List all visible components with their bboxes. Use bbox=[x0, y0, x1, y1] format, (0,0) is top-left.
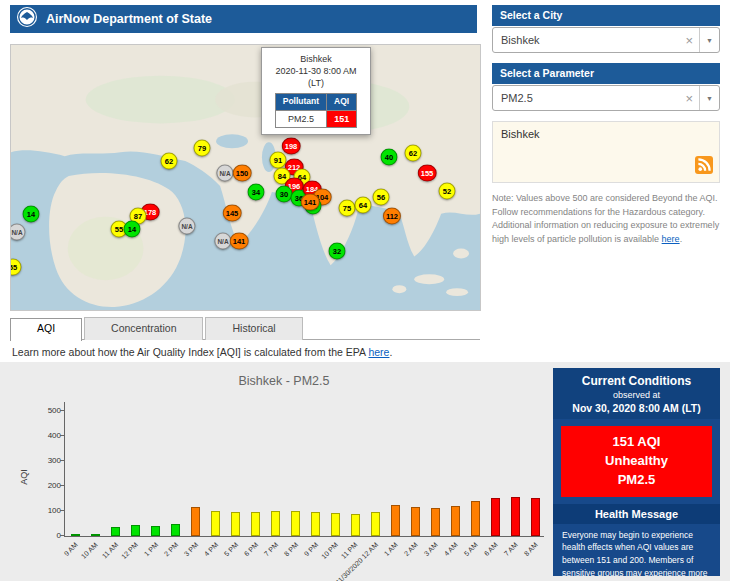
parameter-select-value: PM2.5 bbox=[493, 92, 679, 104]
aqi-bar bbox=[211, 511, 220, 536]
popup-city: Bishkek bbox=[266, 53, 366, 65]
aqi-bar bbox=[451, 506, 460, 536]
aqi-map-marker[interactable]: 145 bbox=[223, 205, 242, 222]
epa-here-link[interactable]: here bbox=[368, 346, 389, 358]
aqi-map-marker[interactable]: 141 bbox=[230, 233, 249, 250]
aqi-bar bbox=[331, 513, 340, 536]
aqi-bar bbox=[471, 501, 480, 536]
tab-bar: AQIConcentrationHistorical bbox=[10, 317, 480, 340]
chart-plot: 01002003004005009 AM10 AM11 AM12 PM1 PM2… bbox=[64, 402, 544, 537]
x-axis-tick-label: 2 PM bbox=[162, 541, 179, 558]
observed-at-label: observed at bbox=[557, 390, 716, 400]
current-conditions-header: Current Conditions observed at Nov 30, 2… bbox=[553, 368, 720, 419]
aqi-bar bbox=[431, 508, 440, 537]
y-axis-tick bbox=[60, 485, 65, 486]
popup-aqi-value: 151 bbox=[327, 110, 357, 127]
aqi-map-marker[interactable]: 79 bbox=[194, 140, 211, 157]
aqi-map-marker[interactable]: 75 bbox=[339, 200, 356, 217]
tab-concentration[interactable]: Concentration bbox=[84, 317, 203, 340]
x-axis-tick-label: 8 AM bbox=[523, 541, 539, 557]
x-axis-tick-label: 7 PM bbox=[262, 541, 279, 558]
health-message-text: Everyone may begin to experience health … bbox=[553, 524, 720, 576]
city-select[interactable]: Bishkek × ▼ bbox=[492, 27, 720, 53]
x-axis-tick-label: 4 AM bbox=[443, 541, 459, 557]
aqi-bar bbox=[231, 512, 240, 537]
aqi-map-marker[interactable]: 14 bbox=[23, 206, 40, 223]
aqi-bar bbox=[411, 507, 420, 537]
aqi-bar bbox=[371, 512, 380, 537]
aqi-map-marker[interactable]: N/A bbox=[216, 165, 233, 182]
tab-aqi[interactable]: AQI bbox=[10, 318, 82, 341]
popup-datetime: 2020-11-30 8:00 AM bbox=[266, 65, 366, 77]
x-axis-tick-label: 7 AM bbox=[503, 541, 519, 557]
aqi-map-marker[interactable]: 198 bbox=[282, 138, 301, 155]
note-here-link[interactable]: here bbox=[662, 234, 680, 244]
aqi-map-marker[interactable]: N/A bbox=[178, 218, 195, 235]
aqi-bar bbox=[391, 505, 400, 536]
popup-col-pollutant: Pollutant bbox=[275, 94, 326, 110]
aqi-map-marker[interactable]: 32 bbox=[329, 243, 346, 260]
aqi-map-marker[interactable]: 56 bbox=[373, 189, 390, 206]
chevron-down-icon[interactable]: ▼ bbox=[699, 86, 719, 110]
aqi-map-marker[interactable]: 52 bbox=[439, 183, 456, 200]
x-axis-tick-label: 10 PM bbox=[320, 541, 339, 560]
popup-pollutant-value: PM2.5 bbox=[275, 110, 326, 127]
current-conditions-title: Current Conditions bbox=[557, 374, 716, 388]
note-suffix: . bbox=[680, 234, 683, 244]
x-axis-tick-label: 1 AM bbox=[383, 541, 399, 557]
x-axis-tick-label: 9 AM bbox=[63, 541, 79, 557]
aqi-bar bbox=[91, 534, 100, 537]
x-axis-tick-label: 10 AM bbox=[80, 541, 99, 560]
popup-timezone: (LT) bbox=[266, 77, 366, 89]
parameter-clear-icon[interactable]: × bbox=[679, 91, 699, 106]
aqi-map-marker[interactable]: 155 bbox=[418, 165, 437, 182]
aqi-map-marker[interactable]: 40 bbox=[381, 149, 398, 166]
y-axis-tick bbox=[60, 435, 65, 436]
aqi-bar bbox=[491, 498, 500, 536]
parameter-select[interactable]: PM2.5 × ▼ bbox=[492, 85, 720, 111]
y-axis-tick bbox=[60, 410, 65, 411]
aqi-note: Note: Values above 500 are considered Be… bbox=[492, 192, 720, 246]
aqi-status-box: 151 AQI Unhealthy PM2.5 bbox=[561, 426, 712, 497]
aqi-map-marker[interactable]: 112 bbox=[383, 208, 401, 225]
x-axis-tick-label: 1 PM bbox=[142, 541, 159, 558]
aqi-category: Unhealthy bbox=[565, 452, 708, 471]
y-axis-tick-label: 500 bbox=[33, 406, 61, 415]
y-axis-tick-label: 0 bbox=[33, 531, 61, 540]
aqi-bar bbox=[531, 498, 540, 536]
chart-title: Bishkek - PM2.5 bbox=[14, 372, 554, 388]
aqi-bar bbox=[191, 507, 200, 536]
aqi-bar bbox=[251, 512, 260, 536]
rss-city-label: Bishkek bbox=[501, 128, 540, 140]
aqi-bar bbox=[351, 514, 360, 537]
aqi-map-marker[interactable]: 141 bbox=[301, 194, 320, 211]
current-conditions-panel: Current Conditions observed at Nov 30, 2… bbox=[553, 368, 720, 576]
aqi-map-marker[interactable]: 62 bbox=[405, 145, 422, 162]
aqi-map-marker[interactable]: 150 bbox=[233, 165, 252, 182]
y-axis-tick-label: 100 bbox=[33, 506, 61, 515]
tab-historical[interactable]: Historical bbox=[205, 317, 302, 340]
learn-more-body: Learn more about how the Air Quality Ind… bbox=[12, 346, 368, 358]
aqi-map-marker[interactable]: 62 bbox=[161, 153, 178, 170]
state-department-seal-icon bbox=[16, 6, 38, 32]
x-axis-tick-label: 12 PM bbox=[120, 541, 139, 560]
y-axis-tick-label: 200 bbox=[33, 481, 61, 490]
aqi-bar bbox=[311, 512, 320, 536]
x-axis-tick-label: 3 AM bbox=[423, 541, 439, 557]
y-axis-tick-label: 400 bbox=[33, 431, 61, 440]
health-message-header: Health Message bbox=[553, 504, 720, 524]
city-clear-icon[interactable]: × bbox=[679, 33, 699, 48]
y-axis-tick bbox=[60, 510, 65, 511]
rss-feed-icon[interactable] bbox=[695, 156, 713, 176]
aqi-map[interactable]: 6279198914062N/A150155212846419630361841… bbox=[10, 44, 481, 311]
x-axis-tick-label: 5 AM bbox=[463, 541, 479, 557]
x-axis-tick-label: 6 PM bbox=[242, 541, 259, 558]
observed-datetime: Nov 30, 2020 8:00 AM (LT) bbox=[557, 402, 716, 414]
chevron-down-icon[interactable]: ▼ bbox=[699, 28, 719, 52]
aqi-map-marker[interactable]: 14 bbox=[124, 221, 141, 238]
aqi-map-marker[interactable]: 64 bbox=[355, 197, 372, 214]
aqi-value: 151 AQI bbox=[565, 433, 708, 452]
page-title: AirNow Department of State bbox=[46, 12, 212, 26]
aqi-map-marker[interactable]: 34 bbox=[248, 184, 265, 201]
aqi-bar bbox=[111, 527, 120, 537]
